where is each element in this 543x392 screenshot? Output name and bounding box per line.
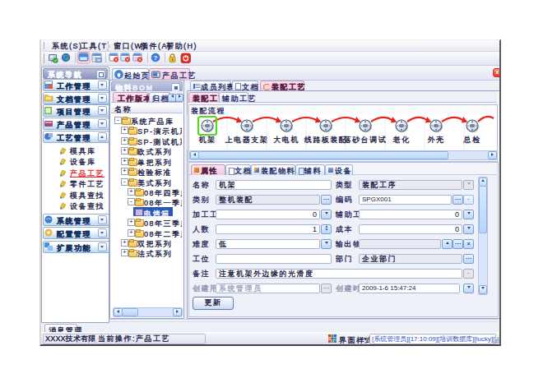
svg-text:?: ? (154, 54, 158, 62)
